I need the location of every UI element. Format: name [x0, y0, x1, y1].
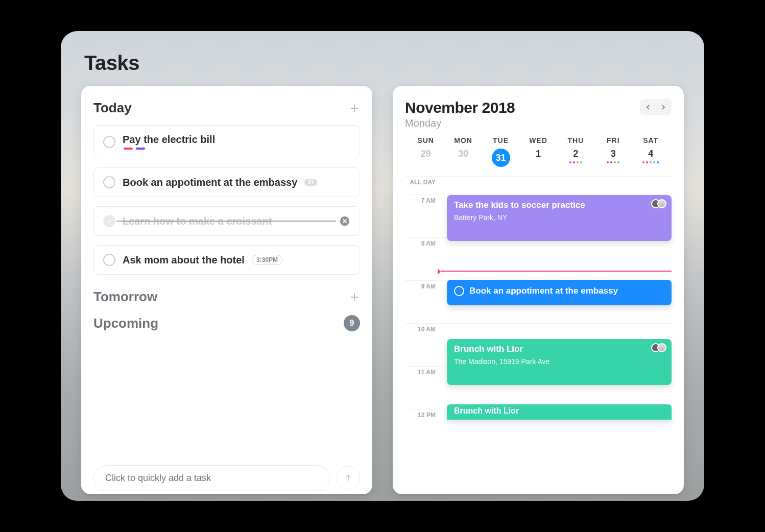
date-dots	[642, 161, 659, 163]
task-tags	[124, 148, 215, 150]
time-label: 11 AM	[405, 367, 441, 409]
task-strike	[116, 221, 336, 222]
date-num: 3	[611, 149, 616, 159]
weekday-label: THU	[557, 136, 594, 144]
task-checkbox-done[interactable]	[103, 215, 115, 227]
date-num: 2	[573, 149, 578, 159]
dates-row: 29 30 31 1 2 3 4	[405, 149, 672, 167]
calendar-nav	[640, 99, 672, 115]
task-checkbox[interactable]	[103, 176, 115, 188]
task-title: Pay the electric bill	[123, 134, 215, 146]
date-num: 30	[458, 149, 468, 159]
task-title: Book an appotiment at the embassy	[123, 177, 297, 188]
calendar-dow: Monday	[405, 117, 515, 129]
plus-icon	[349, 103, 360, 114]
delete-task-button[interactable]	[339, 215, 350, 227]
chevron-right-icon	[659, 103, 667, 111]
task-badge: ST	[304, 179, 317, 186]
add-tomorrow-button[interactable]	[349, 292, 360, 303]
date-cell[interactable]: 1	[519, 149, 557, 167]
date-dots	[569, 161, 582, 163]
date-dots	[607, 161, 619, 163]
calendar-event[interactable]: Brunch with Lior The Madison, 15919 Park…	[447, 339, 672, 385]
quick-add-wrap	[93, 455, 360, 494]
upcoming-count-badge: 9	[344, 315, 360, 331]
tomorrow-title: Tomorrow	[93, 289, 157, 305]
page-title: Tasks	[84, 52, 684, 75]
date-cell-selected[interactable]: 31	[482, 149, 519, 167]
calendar-panel: November 2018 Monday SUN MON TUE WED T	[393, 86, 684, 494]
event-avatars	[654, 199, 666, 208]
plus-icon	[349, 292, 360, 303]
weekday-label: MON	[444, 136, 482, 144]
today-header: Today	[93, 100, 360, 116]
timeline: ALL DAY 7 AM 8 AM 9 AM 10 AM 11 AM 12 PM…	[405, 176, 672, 452]
event-row: Book an appotiment at the embassy	[454, 286, 664, 296]
weekday-label: WED	[519, 136, 557, 144]
event-title: Brunch with Lior	[454, 406, 664, 416]
calendar-header: November 2018 Monday	[405, 99, 672, 129]
event-ring-icon	[454, 286, 464, 296]
date-num: 1	[536, 149, 541, 159]
time-label: 7 AM	[405, 195, 441, 237]
task-item[interactable]: Ask mom about the hotel 3:30PM	[93, 245, 360, 275]
calendar-next-button[interactable]	[656, 100, 671, 114]
all-day-label: ALL DAY	[405, 177, 441, 195]
tag-dot-pink	[124, 148, 133, 150]
weekday-label: SAT	[632, 136, 670, 144]
time-row-all-day: ALL DAY	[405, 177, 672, 195]
chevron-left-icon	[644, 103, 652, 111]
task-time-chip: 3:30PM	[252, 255, 282, 265]
upcoming-title: Upcoming	[93, 316, 158, 331]
time-label: 9 AM	[405, 281, 441, 323]
weekday-label: TUE	[482, 136, 519, 144]
event-subtitle: Battery Park, NY	[454, 213, 664, 222]
tasks-panel: Today Pay the electric bill	[81, 86, 372, 494]
task-checkbox[interactable]	[103, 136, 115, 148]
calendar-title-block: November 2018 Monday	[405, 99, 515, 129]
weekday-row: SUN MON TUE WED THU FRI SAT	[405, 136, 672, 144]
quick-add-input[interactable]	[93, 465, 330, 491]
today-title: Today	[93, 100, 132, 116]
task-title: Ask mom about the hotel	[123, 254, 245, 266]
calendar-event[interactable]: Brunch with Lior	[447, 404, 672, 420]
weekday-label: SUN	[407, 136, 444, 144]
event-subtitle: The Madison, 15919 Park Ave	[454, 357, 664, 366]
event-avatars	[654, 343, 666, 352]
date-num: 29	[421, 149, 431, 159]
event-title: Book an appotiment at the embassy	[469, 286, 618, 296]
date-cell[interactable]: 29	[407, 149, 444, 167]
close-circle-icon	[339, 215, 350, 227]
date-cell[interactable]: 3	[594, 149, 632, 167]
calendar-event[interactable]: Take the kids to soccer practice Battery…	[447, 195, 672, 241]
date-cell[interactable]: 4	[632, 149, 670, 167]
app-window: Tasks Today Pay the electric bill	[61, 31, 704, 501]
upcoming-header: Upcoming 9	[93, 315, 360, 331]
task-item-completed[interactable]: Learn how to make a croissant	[93, 206, 360, 236]
tag-dot-purple	[136, 148, 145, 150]
date-num: 31	[492, 149, 510, 167]
tomorrow-header: Tomorrow	[93, 289, 360, 305]
add-today-button[interactable]	[349, 103, 360, 114]
calendar-month: November 2018	[405, 99, 515, 116]
time-label: 10 AM	[405, 324, 441, 366]
event-title: Brunch with Lior	[454, 344, 664, 354]
date-num: 4	[648, 149, 653, 159]
events-layer: Take the kids to soccer practice Battery…	[441, 195, 672, 452]
calendar-event[interactable]: Book an appotiment at the embassy	[447, 280, 672, 305]
task-item[interactable]: Book an appotiment at the embassy ST	[93, 167, 360, 197]
columns: Today Pay the electric bill	[81, 86, 684, 494]
task-body: Pay the electric bill	[123, 134, 215, 150]
task-checkbox[interactable]	[103, 254, 115, 266]
weekday-label: FRI	[594, 136, 632, 144]
time-label: 8 AM	[405, 238, 441, 280]
quick-add-submit[interactable]	[337, 466, 360, 490]
check-icon	[106, 217, 113, 225]
date-cell[interactable]: 2	[557, 149, 594, 167]
calendar-prev-button[interactable]	[641, 100, 655, 114]
task-item[interactable]: Pay the electric bill	[93, 125, 360, 158]
time-label: 12 PM	[405, 409, 441, 452]
event-title: Take the kids to soccer practice	[454, 200, 664, 210]
arrow-up-icon	[343, 473, 353, 483]
date-cell[interactable]: 30	[444, 149, 482, 167]
